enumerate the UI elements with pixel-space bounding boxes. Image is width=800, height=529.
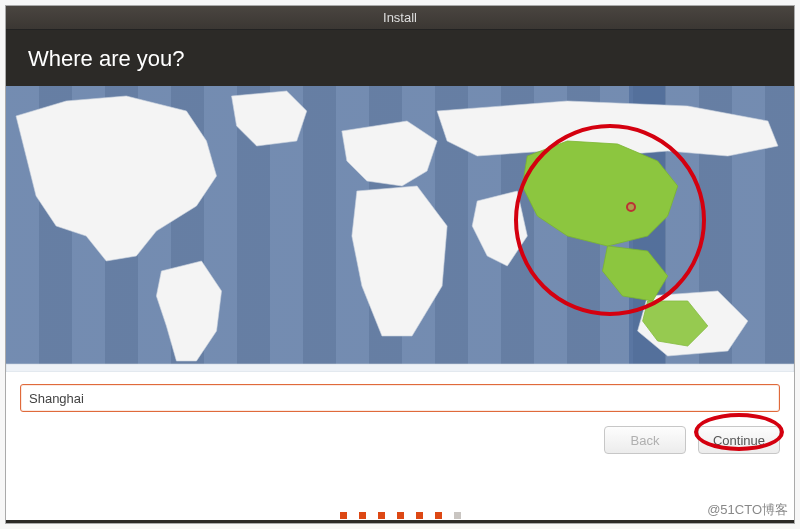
progress-dot: [359, 512, 366, 519]
progress-dot: [397, 512, 404, 519]
progress-dot: [340, 512, 347, 519]
timezone-input[interactable]: [20, 384, 780, 412]
progress-dot: [378, 512, 385, 519]
footer-divider: [6, 520, 794, 523]
installer-window: Install Where are you?: [5, 5, 795, 524]
page-title: Where are you?: [28, 46, 185, 71]
continue-button[interactable]: Continue: [698, 426, 780, 454]
progress-dot: [435, 512, 442, 519]
annotation-circle-map: [514, 124, 706, 316]
timezone-map[interactable]: [6, 86, 794, 372]
window-titlebar: Install: [6, 6, 794, 30]
wizard-button-row: Back Continue: [6, 422, 794, 468]
window-title: Install: [383, 10, 417, 25]
watermark-text: @51CTO博客: [707, 501, 788, 519]
step-header: Where are you?: [6, 30, 794, 86]
timezone-input-row: [6, 372, 794, 422]
back-button[interactable]: Back: [604, 426, 686, 454]
progress-dot: [454, 512, 461, 519]
progress-dots: [0, 512, 800, 519]
progress-dot: [416, 512, 423, 519]
